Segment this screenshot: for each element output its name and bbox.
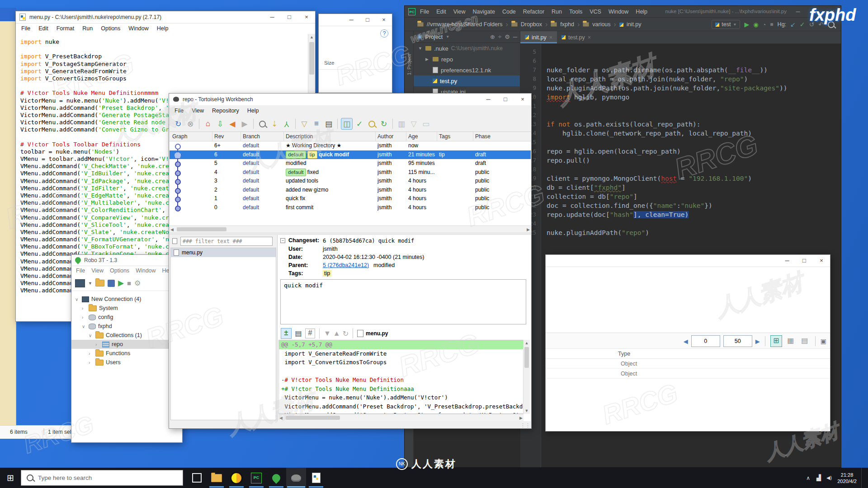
menu-item-help[interactable]: Help	[247, 108, 259, 114]
notification-center-button[interactable]	[861, 468, 868, 488]
expander-icon[interactable]: ›	[89, 351, 93, 356]
commit-row[interactable]: 5defaultmodifiedjsmith95 minutesdraft	[170, 159, 531, 168]
type-column-header[interactable]: Type	[618, 351, 630, 357]
query-maximize-button[interactable]: □	[796, 255, 813, 267]
next-page-icon[interactable]: ▶	[755, 338, 760, 345]
pull-icon[interactable]: ⇣	[269, 118, 280, 129]
refresh-icon[interactable]: ↻	[173, 118, 184, 129]
thg-titlebar[interactable]: repo - TortoiseHg Workbench ─ □ ×	[169, 94, 531, 106]
checkout-icon[interactable]: ⇩	[215, 118, 226, 129]
menu-item-file[interactable]: File	[420, 9, 429, 15]
file-explorer-taskbar-icon[interactable]	[207, 468, 226, 488]
query-minimize-button[interactable]: ─	[778, 255, 796, 267]
project-item-test-py[interactable]: test.py	[414, 75, 520, 86]
tree-view-icon[interactable]: ⊞	[770, 335, 782, 347]
sync-icon[interactable]: ↻	[378, 118, 389, 129]
diff-mode-icon[interactable]: ±	[281, 328, 292, 339]
query-window-titlebar[interactable]: ─ □ ×	[546, 255, 830, 267]
run-icon[interactable]: ▶	[118, 278, 124, 288]
query-close-button[interactable]: ×	[813, 255, 830, 267]
project-panel-title[interactable]: Project	[425, 34, 443, 40]
menu-item-vcs[interactable]: VCS	[590, 9, 601, 15]
check-icon[interactable]: ✓	[354, 118, 365, 129]
commit-message-box[interactable]: quick modif	[280, 279, 526, 324]
tree-item-users[interactable]: ›Users	[71, 358, 182, 367]
pycharm-close-button[interactable]: ×	[824, 6, 841, 18]
menu-item-code[interactable]: Code	[502, 9, 516, 15]
taskbar-clock[interactable]: 21:28 2020/4/2	[837, 472, 857, 484]
menu-item-window[interactable]: Window	[128, 25, 148, 32]
page-limit-input[interactable]	[723, 335, 752, 347]
annotate-icon[interactable]: #	[305, 328, 315, 338]
close-tab-icon[interactable]: ×	[549, 34, 552, 41]
commit-row[interactable]: 6+default★ Working Directory ★jsmithnow	[170, 141, 531, 150]
idle-maximize-button[interactable]: □	[281, 11, 298, 23]
menu-item-edit[interactable]: Edit	[38, 25, 48, 32]
connections-dropdown-icon[interactable]: ▼	[88, 281, 92, 286]
menu-item-window[interactable]: Window	[609, 9, 628, 15]
run-icon[interactable]: ▶	[744, 21, 749, 28]
tool-button-project[interactable]: 1: Project	[406, 47, 412, 82]
commit-row[interactable]: 2defaultadded new gizmojsmith4 hourspubl…	[170, 186, 531, 195]
menu-item-options[interactable]: Options	[110, 267, 129, 274]
menu-item-format[interactable]: Format	[57, 25, 75, 32]
commit-row[interactable]: 6defaultdefaulttipquick modifjsmith21 mi…	[170, 150, 531, 160]
menu-item-repository[interactable]: Repository	[212, 108, 239, 114]
commit-row[interactable]: 0defaultfirst commitjsmith4 hourspublic	[170, 203, 531, 212]
result-row[interactable]: Object	[546, 359, 830, 369]
next-diff-icon[interactable]: ▼	[324, 329, 331, 338]
expand-results-icon[interactable]: ▣	[821, 338, 826, 345]
pycharm-maximize-button[interactable]: □	[807, 6, 824, 18]
connections-icon[interactable]	[75, 279, 85, 287]
project-item-preferences12-1-nk[interactable]: preferences12.1.nk	[414, 65, 520, 75]
breadcrumb-item[interactable]: //vmware-host/Shared Folders	[427, 21, 502, 28]
tortoisehg-taskbar-icon[interactable]	[286, 468, 306, 488]
tray-expand-icon[interactable]: ∧	[806, 475, 810, 481]
size-maximize-button[interactable]: □	[359, 14, 376, 26]
vcs-commit-icon[interactable]: ✓	[800, 21, 805, 28]
filter-icon[interactable]: ▽	[299, 118, 310, 129]
collapse-all-icon[interactable]: ÷	[498, 33, 501, 40]
size-column-header[interactable]: Size	[324, 60, 334, 66]
breadcrumb-item[interactable]: init.py	[627, 21, 642, 28]
search-icon[interactable]	[257, 118, 268, 129]
collapse-box-icon[interactable]: −	[280, 238, 285, 243]
menu-item-window[interactable]: Window	[136, 267, 156, 274]
expander-icon[interactable]: ›	[82, 306, 86, 311]
diff-vscrollbar[interactable]: ▲ ▼	[523, 340, 530, 414]
menu-item-navigate[interactable]: Navigate	[473, 9, 495, 15]
column-header-rev[interactable]: Rev	[214, 132, 224, 141]
menu-item-options[interactable]: Options	[101, 25, 120, 32]
close-tab-icon[interactable]: ×	[588, 34, 591, 41]
column-header-graph[interactable]: Graph	[172, 132, 187, 141]
text-view-icon[interactable]: ▤	[799, 336, 810, 347]
locate-file-icon[interactable]: ⊕	[490, 33, 495, 40]
detail-search-icon[interactable]	[366, 118, 377, 129]
stop-icon[interactable]: ■	[770, 21, 773, 28]
editor-tab-init-py[interactable]: init.py×	[520, 31, 557, 43]
size-close-button[interactable]: ×	[376, 14, 392, 26]
expander-icon[interactable]: ›	[89, 360, 93, 365]
file-filter-input[interactable]	[180, 237, 273, 246]
expander-icon[interactable]: ›	[95, 342, 100, 347]
commit-row[interactable]: 3defaultupdated toolsjsmith4 hourspublic	[170, 177, 531, 186]
robo3t-taskbar-icon[interactable]	[266, 468, 286, 488]
prev-page-icon[interactable]: ◀	[684, 338, 688, 345]
tree-item-config[interactable]: ›config	[71, 313, 182, 322]
resize-grip[interactable]: ⋮⋮	[520, 422, 530, 428]
back-icon[interactable]: ◀	[227, 118, 238, 129]
reload-icon[interactable]: ↻	[343, 329, 349, 338]
menu-item-view[interactable]: View	[91, 267, 104, 274]
tree-item-system[interactable]: ›System	[71, 304, 182, 313]
vcs-rollback-icon[interactable]: ↶	[818, 21, 824, 28]
thg-maximize-button[interactable]: □	[497, 94, 514, 105]
size-window-titlebar[interactable]: ─ □ ×	[319, 14, 392, 26]
taskbar-search-box[interactable]: Type here to search	[21, 470, 183, 486]
idle-taskbar-icon[interactable]	[306, 468, 326, 488]
menu-item-file[interactable]: File	[21, 25, 30, 32]
breadcrumb-item[interactable]: various	[592, 21, 610, 28]
column-header-branch[interactable]: Branch	[243, 132, 260, 141]
menu-item-file[interactable]: File	[76, 267, 85, 274]
thg-minimize-button[interactable]: ─	[480, 94, 497, 105]
tag-icon[interactable]: ▽	[408, 118, 419, 129]
